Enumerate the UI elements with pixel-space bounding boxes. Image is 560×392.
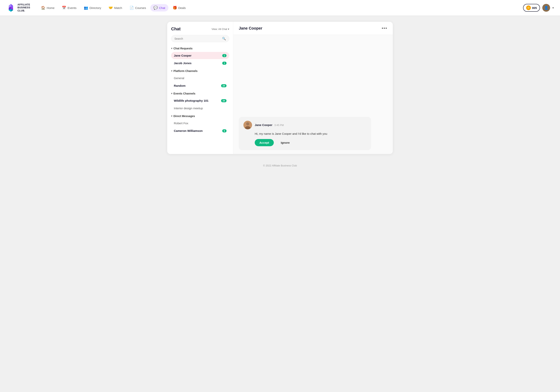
nav-item-events[interactable]: 📅 Events xyxy=(59,4,80,11)
nav-right: 🪙 005 👤 ▾ xyxy=(523,4,554,12)
deals-nav-icon: 🎁 xyxy=(173,6,177,10)
section-direct-messages: ▾ Direct MessagesRobert FoxCameron Willi… xyxy=(171,114,229,134)
chat-header: Jane Cooper ••• xyxy=(233,22,393,35)
message-sender-row: Jane Cooper 3:45 PM xyxy=(243,121,366,129)
logo-svg xyxy=(6,3,16,12)
chat-sidebar: Chat View: All Chat ▾ 🔍 ▾ Chat RequestsJ… xyxy=(167,22,233,154)
coin-icon: 🪙 xyxy=(526,5,531,10)
messages-area: Jane Cooper 3:45 PM Hi, my name is Jane … xyxy=(233,35,393,154)
chat-item-name-cameron-williamson: Cameron Williamson xyxy=(174,129,203,132)
message-sender-name: Jane Cooper xyxy=(255,123,272,127)
footer-text: © 2022 Affiliate Business Club xyxy=(263,164,297,167)
section-chat-requests: ▾ Chat RequestsJane Cooper1Jacob Jones1 xyxy=(171,46,229,67)
view-dropdown-label: View: All Chat xyxy=(211,28,227,30)
footer: © 2022 Affiliate Business Club xyxy=(0,160,560,171)
nav-item-deals[interactable]: 🎁 Deals xyxy=(170,4,189,11)
section-events-channels: ▾ Events ChannelsWildlife photography 10… xyxy=(171,91,229,112)
match-nav-label: Match xyxy=(114,6,122,10)
search-box[interactable]: 🔍 xyxy=(171,35,229,42)
match-nav-icon: 🤝 xyxy=(109,6,113,10)
courses-nav-label: Courses xyxy=(135,6,146,10)
directory-nav-icon: 👥 xyxy=(84,6,88,10)
sidebar-title: Chat xyxy=(171,26,181,31)
coins-value: 005 xyxy=(532,6,537,10)
section-label-chat-requests: Chat Requests xyxy=(173,47,192,50)
navbar: AFFILIATE BUSINESS CLUB. 🏠 Home📅 Events👥… xyxy=(0,0,560,16)
home-nav-label: Home xyxy=(47,6,54,10)
nav-item-chat[interactable]: 💬 Chat xyxy=(150,4,168,11)
chevron-down-icon[interactable]: ▾ xyxy=(552,6,554,9)
message-text: Hi, my name is Jane Cooper and I'd like … xyxy=(243,132,366,136)
chat-contact-name: Jane Cooper xyxy=(239,26,262,30)
user-avatar[interactable]: 👤 xyxy=(542,4,550,12)
chat-item-name-random: Random xyxy=(174,84,186,87)
home-nav-icon: 🏠 xyxy=(41,6,45,10)
chat-item-cameron-williamson[interactable]: Cameron Williamson6 xyxy=(171,127,229,134)
chat-item-name-general: General xyxy=(174,76,184,80)
message-actions: Accept Ignore xyxy=(243,139,366,146)
chat-nav-label: Chat xyxy=(159,6,165,10)
ignore-button[interactable]: Ignore xyxy=(276,139,294,146)
section-platform-channels: ▾ Platform ChannelsGeneralRandom24 xyxy=(171,69,229,89)
section-arrow-platform-channels: ▾ xyxy=(171,70,172,72)
chat-item-badge-random: 24 xyxy=(221,84,227,87)
section-arrow-chat-requests: ▾ xyxy=(171,47,172,50)
chat-item-badge-wildlife: 34 xyxy=(221,99,227,102)
chat-item-badge-jane-cooper: 1 xyxy=(222,54,227,57)
message-card: Jane Cooper 3:45 PM Hi, my name is Jane … xyxy=(239,117,371,150)
nav-item-directory[interactable]: 👥 Directory xyxy=(81,4,104,11)
section-label-events-channels: Events Channels xyxy=(173,92,195,95)
chat-item-badge-cameron-williamson: 6 xyxy=(222,129,227,132)
courses-nav-icon: 📄 xyxy=(130,6,134,10)
more-options-icon[interactable]: ••• xyxy=(382,26,387,31)
sender-info: Jane Cooper 3:45 PM xyxy=(255,123,284,127)
section-header-events-channels[interactable]: ▾ Events Channels xyxy=(171,91,229,96)
logo[interactable]: AFFILIATE BUSINESS CLUB. xyxy=(6,3,30,12)
chat-item-badge-jacob-jones: 1 xyxy=(222,62,227,65)
brand-name: AFFILIATE BUSINESS CLUB. xyxy=(18,3,30,12)
chat-item-robert-fox[interactable]: Robert Fox xyxy=(171,120,229,127)
page-content: Chat View: All Chat ▾ 🔍 ▾ Chat RequestsJ… xyxy=(163,22,397,154)
view-dropdown[interactable]: View: All Chat ▾ xyxy=(211,28,229,30)
chat-item-name-interior: Interior design meetup xyxy=(174,107,203,110)
chat-item-wildlife[interactable]: Wildlife photography 10134 xyxy=(171,97,229,104)
message-time: 3:45 PM xyxy=(274,124,284,127)
svg-point-10 xyxy=(246,122,249,125)
section-header-platform-channels[interactable]: ▾ Platform Channels xyxy=(171,69,229,73)
coins-badge[interactable]: 🪙 005 xyxy=(523,4,540,12)
directory-nav-label: Directory xyxy=(90,6,101,10)
avatar-image xyxy=(243,121,252,129)
sidebar-header: Chat View: All Chat ▾ xyxy=(171,26,229,31)
nav-item-match[interactable]: 🤝 Match xyxy=(105,4,125,11)
chat-item-jane-cooper[interactable]: Jane Cooper1 xyxy=(171,52,229,59)
dropdown-chevron-icon: ▾ xyxy=(228,28,229,30)
chat-item-name-jane-cooper: Jane Cooper xyxy=(174,54,191,57)
chat-item-random[interactable]: Random24 xyxy=(171,82,229,89)
chat-item-interior[interactable]: Interior design meetup xyxy=(171,105,229,112)
chat-container: Chat View: All Chat ▾ 🔍 ▾ Chat RequestsJ… xyxy=(167,22,393,154)
chat-nav-icon: 💬 xyxy=(153,6,158,10)
section-header-chat-requests[interactable]: ▾ Chat Requests xyxy=(171,46,229,51)
events-nav-label: Events xyxy=(68,6,76,10)
sender-avatar xyxy=(243,121,252,129)
accept-button[interactable]: Accept xyxy=(255,139,274,146)
chat-item-name-wildlife: Wildlife photography 101 xyxy=(174,99,209,102)
chat-item-jacob-jones[interactable]: Jacob Jones1 xyxy=(171,60,229,67)
section-label-direct-messages: Direct Messages xyxy=(173,115,195,118)
deals-nav-label: Deals xyxy=(178,6,186,10)
chat-item-general[interactable]: General xyxy=(171,74,229,82)
sidebar-sections: ▾ Chat RequestsJane Cooper1Jacob Jones1▾… xyxy=(171,46,229,134)
section-arrow-direct-messages: ▾ xyxy=(171,115,172,117)
search-input[interactable] xyxy=(174,37,220,40)
section-arrow-events-channels: ▾ xyxy=(171,92,172,95)
chat-main: Jane Cooper ••• xyxy=(233,22,393,154)
chat-item-name-robert-fox: Robert Fox xyxy=(174,121,188,125)
nav-items: 🏠 Home📅 Events👥 Directory🤝 Match📄 Course… xyxy=(38,4,523,11)
events-nav-icon: 📅 xyxy=(62,6,66,10)
search-icon: 🔍 xyxy=(222,37,226,40)
nav-item-courses[interactable]: 📄 Courses xyxy=(126,4,149,11)
section-label-platform-channels: Platform Channels xyxy=(173,70,198,72)
section-header-direct-messages[interactable]: ▾ Direct Messages xyxy=(171,114,229,118)
chat-item-name-jacob-jones: Jacob Jones xyxy=(174,61,191,65)
nav-item-home[interactable]: 🏠 Home xyxy=(38,4,58,11)
